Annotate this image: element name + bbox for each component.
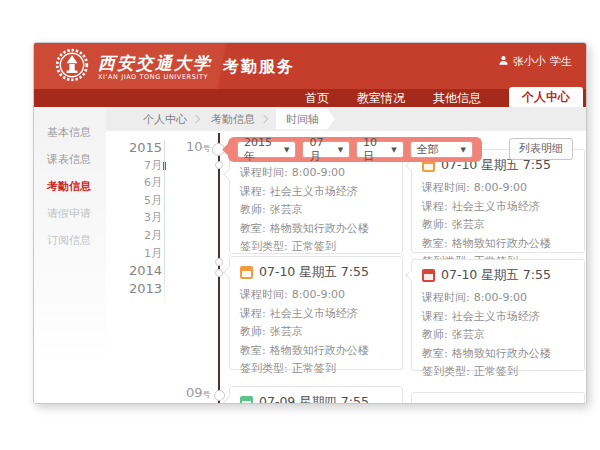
scale-year-2013[interactable]: 2013 — [98, 280, 162, 298]
nav-item-home[interactable]: 首页 — [305, 89, 329, 107]
chevron-right-icon — [192, 115, 200, 123]
university-logo: 西安交通大学 XI'AN JIAO TONG UNIVERSITY 考勤服务 — [54, 47, 295, 87]
scope-select[interactable]: 全部▼ — [410, 141, 473, 158]
nav-tab-personal-center[interactable]: 个人中心 — [509, 87, 583, 107]
user-info[interactable]: 张小小 学生 — [498, 54, 572, 69]
university-name-en: XI'AN JIAO TONG UNIVERSITY — [98, 73, 212, 81]
month-select[interactable]: 07月▼ — [302, 141, 350, 158]
user-name: 张小小 — [513, 54, 546, 69]
scale-year-2014[interactable]: 2014 — [98, 262, 162, 280]
sidebar-item-basic-info[interactable]: 基本信息 — [34, 119, 106, 146]
main-nav: 首页 教室情况 其他信息 个人中心 — [34, 89, 586, 107]
university-emblem-icon — [54, 47, 90, 87]
year-select[interactable]: 2015年▼ — [237, 141, 296, 158]
scale-month-5[interactable]: 5月 — [98, 192, 162, 210]
scale-month-7[interactable]: 7月 — [98, 157, 162, 175]
card-header: 07-09 星期四 7:55 — [230, 387, 402, 404]
calendar-icon — [240, 396, 253, 404]
caret-down-icon: ▼ — [284, 146, 289, 154]
scale-month-1[interactable]: 1月 — [98, 245, 162, 263]
scale-month-6[interactable]: 6月 — [98, 174, 162, 192]
filter-bar: 2015年▼ 07月▼ 10日▼ 全部▼ — [228, 137, 482, 162]
calendar-icon — [240, 266, 253, 279]
card-date-title: 07-10 星期五 7:55 — [441, 267, 551, 284]
caret-down-icon: ▼ — [338, 146, 343, 154]
caret-down-icon: ▼ — [461, 146, 466, 154]
attendance-card[interactable]: 07-10 星期五 7:55 课程时间:8:00-9:00 课程:社会主义市场经… — [411, 259, 585, 371]
nav-item-classrooms[interactable]: 教室情况 — [357, 89, 405, 107]
attendance-card[interactable]: 07-10 星期五 7:55 课程时间:8:00-9:00 课程:社会主义市场经… — [229, 256, 403, 370]
person-icon — [498, 55, 509, 69]
timeline-node — [214, 390, 225, 401]
caret-down-icon: ▼ — [391, 146, 396, 154]
sidebar: 基本信息 课表信息 考勤信息 请假申请 订阅信息 — [34, 107, 106, 403]
service-title: 考勤服务 — [223, 57, 295, 78]
scale-month-3[interactable]: 3月 — [98, 209, 162, 227]
sidebar-item-attendance-info[interactable]: 考勤信息 — [34, 173, 106, 200]
attendance-card[interactable] — [411, 392, 585, 404]
chevron-right-icon — [260, 115, 268, 123]
day-marker-09: 09号 — [186, 385, 211, 400]
breadcrumb-attendance-info[interactable]: 考勤信息 — [208, 112, 258, 127]
timeline-node — [215, 161, 223, 169]
attendance-card[interactable]: 07-10 星期五 7:55 课程时间:8:00-9:00 课程:社会主义市场经… — [411, 149, 585, 253]
breadcrumb-personal-center[interactable]: 个人中心 — [140, 112, 190, 127]
scale-month-2[interactable]: 2月 — [98, 227, 162, 245]
scale-divider — [164, 140, 165, 308]
breadcrumb: 个人中心 考勤信息 时间轴 — [106, 107, 586, 131]
user-role: 学生 — [550, 54, 572, 69]
timeline-node — [215, 269, 223, 277]
nav-item-other-info[interactable]: 其他信息 — [433, 89, 481, 107]
card-date-title: 07-09 星期四 7:55 — [259, 394, 369, 404]
timeline-scale: 2015 7月 6月 5月 3月 2月 1月 2014 2013 — [98, 139, 162, 297]
sidebar-item-schedule-info[interactable]: 课表信息 — [34, 146, 106, 173]
attendance-card[interactable]: 07-09 星期四 7:55 — [229, 386, 403, 404]
sidebar-item-subscription-info[interactable]: 订阅信息 — [34, 227, 106, 254]
attendance-card[interactable]: 课程时间:8:00-9:00 课程:社会主义市场经济 教师:张芸京 教室:格物致… — [229, 151, 403, 254]
app-header: 西安交通大学 XI'AN JIAO TONG UNIVERSITY 考勤服务 张… — [34, 43, 586, 89]
card-header: 07-10 星期五 7:55 — [230, 257, 402, 281]
timeline-axis — [218, 133, 220, 403]
sidebar-item-leave-request[interactable]: 请假申请 — [34, 200, 106, 227]
app-window: 西安交通大学 XI'AN JIAO TONG UNIVERSITY 考勤服务 张… — [33, 42, 587, 404]
card-date-title: 07-10 星期五 7:55 — [259, 264, 369, 281]
day-marker-10: 10号 — [186, 139, 211, 154]
calendar-icon — [422, 269, 435, 282]
university-name-cn: 西安交通大学 — [98, 54, 212, 72]
day-select[interactable]: 10日▼ — [356, 141, 404, 158]
timeline-node — [215, 258, 223, 266]
breadcrumb-timeline[interactable]: 时间轴 — [276, 109, 335, 130]
card-header: 07-10 星期五 7:55 — [412, 260, 584, 284]
scale-year-2015[interactable]: 2015 — [98, 139, 162, 157]
list-detail-button[interactable]: 列表明细 — [509, 138, 573, 160]
